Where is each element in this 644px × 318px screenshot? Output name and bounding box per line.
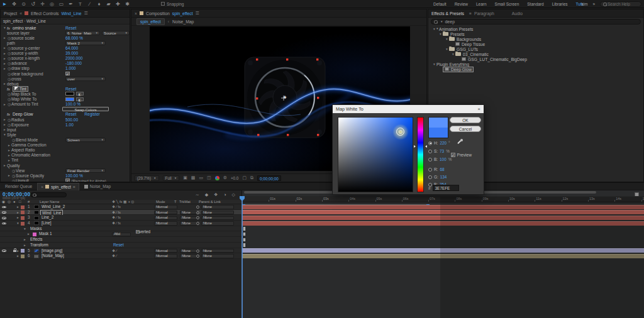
twirl-icon[interactable]: ▸ xyxy=(17,210,19,216)
twirl-icon[interactable]: ▸ xyxy=(3,36,7,40)
stopwatch-icon[interactable]: ◷ xyxy=(7,77,11,81)
twirl-icon[interactable]: ▸ xyxy=(24,237,26,243)
twirl-icon[interactable]: ▸ xyxy=(3,123,7,126)
channel-radio[interactable] xyxy=(428,175,432,179)
parent-dropdown[interactable]: None▼ xyxy=(201,249,234,253)
value-text[interactable]: 100.00 % xyxy=(65,173,83,178)
channel-radio[interactable] xyxy=(428,168,432,172)
channel-radio[interactable] xyxy=(428,141,432,145)
layer-duration-bar[interactable] xyxy=(242,216,644,220)
reset-link[interactable]: Reset xyxy=(65,112,76,116)
close-icon[interactable]: × xyxy=(135,11,137,16)
eye-icon[interactable] xyxy=(2,249,6,252)
value-text[interactable]: 2000.000 xyxy=(65,56,83,60)
mini-flowchart-icon[interactable]: ∼ xyxy=(196,192,199,197)
layer-name-column[interactable]: Layer Name xyxy=(40,200,60,204)
tab-effects-presets[interactable]: Effects & Presets xyxy=(431,11,464,16)
trkmat-dropdown[interactable]: None▼ xyxy=(180,221,197,225)
selected-tree-item[interactable]: Deep Glow xyxy=(443,67,474,72)
panel-menu-icon[interactable]: ☰ xyxy=(196,11,199,16)
twirl-icon[interactable]: ▾ xyxy=(432,62,436,66)
camera-tool-icon[interactable]: ◎ xyxy=(47,0,57,8)
viewer-timecode[interactable]: 0;00;00;00 xyxy=(257,175,281,181)
channel-radio[interactable] xyxy=(428,158,432,162)
twirl-icon[interactable]: ▾ xyxy=(432,27,436,31)
trkmat-dropdown[interactable]: None▼ xyxy=(180,216,197,220)
rectangle-tool-icon[interactable]: ▭ xyxy=(57,0,66,8)
preview-toggle[interactable]: ✓ Preview xyxy=(451,153,472,157)
timeline-search-input[interactable] xyxy=(30,192,67,197)
register-link[interactable]: Register xyxy=(84,112,100,116)
viewer-subtab-spin_effect[interactable]: spin_effect xyxy=(136,18,165,25)
stopwatch-icon[interactable]: ◷ xyxy=(7,92,11,96)
help-search-input[interactable]: Search Help xyxy=(600,1,641,7)
parent-dropdown[interactable]: None▼ xyxy=(201,205,234,209)
value-text[interactable]: 1.00 xyxy=(65,123,74,127)
layer-duration-bar[interactable] xyxy=(242,254,644,258)
blend-mode-dropdown[interactable]: Normal▼ xyxy=(154,254,177,258)
time-ruler[interactable]: 01s02s03s04s05s06s07s08s09s10s11s12s13s1… xyxy=(242,196,644,202)
reset-link[interactable]: Reset xyxy=(65,26,76,30)
motion-blur-icon[interactable]: ◑ xyxy=(223,192,226,197)
tab-effect-controls[interactable]: Effect Controls xyxy=(31,11,58,16)
clone-stamp-tool-icon[interactable]: ♦ xyxy=(94,0,104,8)
value-dropdown[interactable]: Final Render▼ xyxy=(65,168,106,173)
stopwatch-icon[interactable]: ◷ xyxy=(7,56,11,60)
saturation-brightness-field[interactable] xyxy=(338,117,413,192)
layer-name[interactable]: [image.png] xyxy=(40,248,64,254)
tree-item--animation-presets[interactable]: ▾* Animation Presets xyxy=(428,26,643,31)
value-text[interactable]: 39.000 xyxy=(65,51,78,55)
value-text[interactable]: 1.000 xyxy=(65,66,76,70)
twirl-icon[interactable]: ▾ xyxy=(17,221,19,226)
ok-button[interactable]: OK xyxy=(450,117,481,123)
workspace-tab-default[interactable]: Default xyxy=(433,2,447,6)
pick-whip-icon[interactable] xyxy=(196,255,199,258)
puppet-pin-tool-icon[interactable]: ✱ xyxy=(123,0,132,8)
zoom-tool-icon[interactable]: ⊙ xyxy=(19,0,28,8)
eye-icon[interactable] xyxy=(2,217,6,219)
twirl-icon[interactable]: ▾ xyxy=(3,26,7,30)
layer-name[interactable]: [Line] xyxy=(40,221,53,226)
twirl-icon[interactable]: ▸ xyxy=(3,102,7,106)
pick-whip-icon[interactable] xyxy=(196,211,199,214)
layer-row--line-[interactable]: ▾4[Line]❖ ∕ fxNormal▼None▼None▼ xyxy=(0,221,242,226)
label-color-swatch[interactable] xyxy=(21,216,25,220)
blend-mode-dropdown[interactable]: Normal▼ xyxy=(154,249,177,253)
layer-row-wind-line-2[interactable]: ▸1Wind_Line_2❖ ∕ fxNormal▼None▼ xyxy=(0,204,242,210)
eyedropper-icon[interactable]: ◧ xyxy=(76,97,84,101)
stopwatch-icon[interactable]: ◷ xyxy=(11,173,16,178)
tab-paragraph[interactable]: Paragraph xyxy=(474,11,494,16)
value-text[interactable]: -180.000 xyxy=(65,61,82,65)
roi-icon[interactable]: ▣ xyxy=(183,175,187,180)
layer-row-wind-line[interactable]: ▸2Wind_Line❖ ∕ fxNormal▼None▼None▼ xyxy=(0,210,242,216)
workspace-tab-learn[interactable]: Learn xyxy=(476,2,487,6)
eraser-tool-icon[interactable]: ▰ xyxy=(104,0,113,8)
panel-menu-icon[interactable]: ☰ xyxy=(84,11,88,16)
workspace-tab-libraries[interactable]: Libraries xyxy=(552,2,568,6)
panel-menu-icon[interactable]: ≡ xyxy=(469,11,472,16)
property-row-effects[interactable]: ▸Effects xyxy=(0,237,242,243)
tree-item-presets[interactable]: ▾Presets xyxy=(428,31,643,36)
layer-dropdown[interactable]: 6. Noise_Map▼ xyxy=(65,31,100,35)
tree-item-gsg-lut-cinematic-bigdeep[interactable]: GSG_LUT_Cinematic_BigDeep xyxy=(428,57,643,62)
tab-project[interactable]: Project xyxy=(4,11,17,16)
layer-duration-bar[interactable] xyxy=(242,210,644,214)
dialog-titlebar[interactable]: Map White To × xyxy=(333,105,484,113)
channel-radio[interactable] xyxy=(428,150,432,153)
track-row[interactable] xyxy=(242,231,644,237)
channel-value[interactable]: 68 xyxy=(440,167,444,172)
blend-mode-dropdown[interactable]: Normal▼ xyxy=(154,221,177,225)
track-row[interactable] xyxy=(242,215,644,221)
twirl-icon[interactable]: ▸ xyxy=(3,57,7,60)
eye-icon[interactable] xyxy=(2,211,6,214)
composition-name[interactable]: spin_effect xyxy=(172,11,193,16)
twirl-icon[interactable]: ▸ xyxy=(17,253,19,259)
blend-mode-dropdown[interactable]: Normal▼ xyxy=(154,205,177,209)
timeline-tab-spin-effect[interactable]: ×spin_effect≡ xyxy=(37,183,79,190)
property-row-mask-1[interactable]: ▸Mask 1Add▼Inverted xyxy=(0,231,242,237)
tree-item-deep-glow[interactable]: Deep Glow xyxy=(428,67,643,72)
pick-whip-icon[interactable] xyxy=(196,216,199,219)
roto-brush-tool-icon[interactable]: ✚ xyxy=(113,0,123,8)
lock-icon[interactable] xyxy=(13,250,16,253)
parent-dropdown[interactable]: None▼ xyxy=(201,221,234,225)
